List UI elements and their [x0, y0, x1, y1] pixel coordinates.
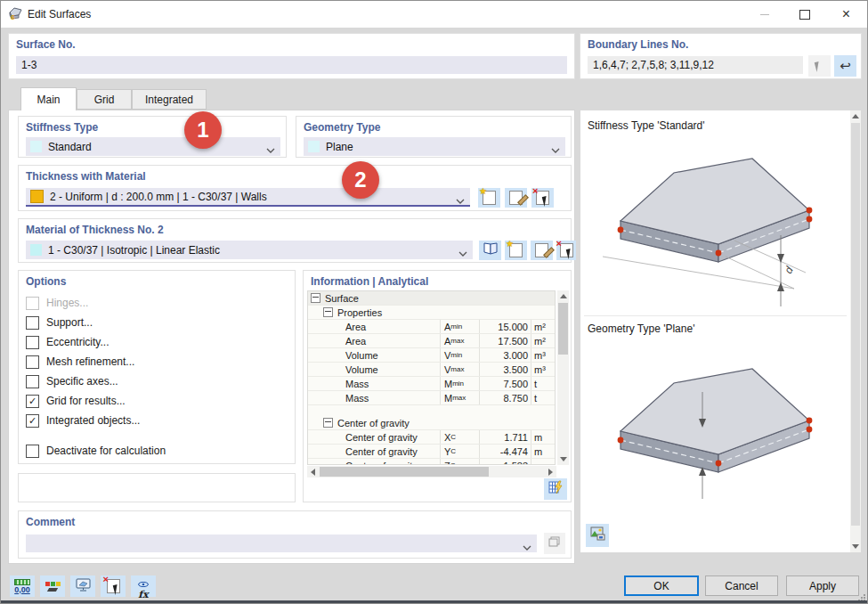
- title-bar[interactable]: 6 Edit Surfaces ×: [1, 1, 867, 28]
- step-badge-2: 2: [342, 161, 379, 199]
- thickness-select[interactable]: 2 - Uniform | d : 200.0 mm | 1 - C30/37 …: [26, 188, 470, 207]
- eccentricity-checkbox[interactable]: [26, 336, 39, 349]
- svg-text:6: 6: [11, 13, 15, 20]
- option-specific-axes[interactable]: Specific axes...: [26, 374, 118, 388]
- eccentricity-label: Eccentricity...: [46, 336, 109, 348]
- new-thickness-button[interactable]: ★: [478, 188, 500, 208]
- check-icon: ✓: [28, 396, 37, 405]
- preview-image-button[interactable]: [586, 524, 609, 547]
- delete-thickness-button[interactable]: ×: [531, 188, 554, 208]
- material-color-swatch: [30, 244, 42, 256]
- option-grid-for-results[interactable]: ✓ Grid for results...: [26, 394, 126, 408]
- delete-material-button[interactable]: ×: [556, 241, 576, 260]
- option-mesh-refinement[interactable]: Mesh refinement...: [26, 355, 134, 369]
- surface-no-input[interactable]: 1-3: [16, 56, 567, 74]
- tab-main[interactable]: Main: [20, 87, 77, 110]
- maximize-button[interactable]: [784, 1, 824, 28]
- tree-row-center-of-gravity[interactable]: Center of gravity: [308, 416, 555, 430]
- scroll-up-arrow[interactable]: [850, 110, 861, 122]
- comment-select[interactable]: [26, 535, 537, 552]
- reselect-lines-button[interactable]: ↩: [834, 55, 856, 77]
- chevron-down-icon: [456, 194, 465, 207]
- option-deactivate[interactable]: Deactivate for calculation: [26, 444, 166, 458]
- stiffness-color-swatch: [30, 141, 42, 152]
- grid-for-results-checkbox[interactable]: ✓: [26, 395, 39, 408]
- collapse-icon[interactable]: [323, 307, 333, 317]
- chevron-down-icon: [266, 143, 275, 156]
- close-button[interactable]: ×: [824, 1, 868, 28]
- collapse-icon[interactable]: [323, 418, 333, 428]
- edit-material-button[interactable]: [531, 241, 553, 260]
- scroll-thumb[interactable]: [851, 123, 860, 526]
- rendering-view-button[interactable]: [70, 575, 95, 597]
- units-settings-button[interactable]: 0,00: [10, 575, 35, 597]
- eye-icon: [138, 575, 149, 591]
- tab-grid[interactable]: Grid: [77, 89, 132, 110]
- fx-text: fx: [138, 591, 148, 599]
- footer-bar: 0,00 × fx OK Cancel Apply: [1, 564, 868, 604]
- material-select[interactable]: 1 - C30/37 | Isotropic | Linear Elastic: [26, 241, 473, 259]
- tree-row-properties[interactable]: Properties: [308, 306, 555, 320]
- delete-page-icon: ×: [107, 579, 120, 593]
- edit-material-icon: [535, 243, 548, 257]
- table-spacer-row: [308, 405, 555, 416]
- comment-group: Comment: [18, 510, 572, 559]
- option-support[interactable]: Support...: [26, 315, 93, 330]
- pen-icon: [47, 588, 58, 592]
- scroll-down-arrow[interactable]: [557, 453, 569, 465]
- boundary-lines-input[interactable]: 1,6,4,7; 2,7,5,8; 3,11,9,12: [588, 56, 803, 74]
- edit-thickness-button[interactable]: [505, 188, 527, 208]
- minimize-button[interactable]: [744, 1, 784, 28]
- option-integrated-objects[interactable]: ✓ Integrated objects...: [26, 413, 140, 428]
- scroll-up-arrow[interactable]: [557, 290, 569, 302]
- new-material-button[interactable]: ★: [505, 241, 527, 260]
- specific-axes-checkbox[interactable]: [26, 375, 39, 388]
- information-table[interactable]: Surface Properties Area Amin 15.000 m² A…: [307, 290, 556, 465]
- options-group: Options Hinges... Support... Eccentricit…: [18, 270, 296, 464]
- support-checkbox[interactable]: [26, 316, 39, 330]
- scroll-thumb[interactable]: [558, 303, 568, 355]
- stiffness-type-select[interactable]: Standard: [26, 137, 280, 156]
- close-icon: ×: [842, 7, 850, 21]
- surface-no-value: 1-3: [21, 59, 37, 71]
- formula-view-button[interactable]: fx: [131, 575, 156, 597]
- ok-button[interactable]: OK: [624, 575, 699, 596]
- result-table-button[interactable]: [544, 478, 567, 500]
- geometry-illustration: [603, 340, 830, 518]
- info-horizontal-scrollbar[interactable]: [307, 466, 556, 477]
- scroll-right-arrow[interactable]: [545, 466, 556, 477]
- deactivate-label: Deactivate for calculation: [46, 445, 166, 457]
- geometry-type-label: Geometry Type: [304, 121, 380, 134]
- delete-surface-button[interactable]: ×: [101, 575, 126, 597]
- thickness-group: Thickness with Material 2 - Uniform | d …: [18, 165, 572, 211]
- stiffness-type-group: Stiffness Type Standard: [18, 116, 287, 158]
- new-material-icon: ★: [509, 243, 523, 257]
- display-properties-button[interactable]: [40, 575, 65, 597]
- minimize-icon: [760, 14, 769, 15]
- scroll-down-arrow[interactable]: [850, 541, 861, 552]
- geometry-type-select[interactable]: Plane: [304, 137, 565, 156]
- scroll-thumb[interactable]: [320, 467, 489, 477]
- picture-icon: [590, 526, 605, 544]
- preview-scrollbar[interactable]: [850, 110, 861, 552]
- scroll-left-arrow[interactable]: [307, 466, 319, 477]
- material-library-button[interactable]: [479, 241, 501, 260]
- tab-integrated[interactable]: Integrated: [132, 89, 207, 110]
- mesh-refinement-checkbox[interactable]: [26, 355, 39, 369]
- apply-button[interactable]: Apply: [786, 575, 859, 596]
- tree-row-surface[interactable]: Surface: [308, 291, 555, 306]
- layers-icon: [548, 535, 561, 551]
- comment-label: Comment: [26, 516, 75, 528]
- boundary-lines-value: 1,6,4,7; 2,7,5,8; 3,11,9,12: [593, 59, 714, 71]
- maximize-icon: [799, 10, 810, 20]
- integrated-objects-checkbox[interactable]: ✓: [26, 414, 39, 428]
- boundary-lines-label: Boundary Lines No.: [588, 38, 688, 51]
- info-vertical-scrollbar[interactable]: [557, 290, 569, 465]
- collapse-icon[interactable]: [311, 293, 320, 303]
- deactivate-checkbox[interactable]: [26, 445, 39, 458]
- hinges-checkbox: [26, 297, 39, 310]
- cancel-button[interactable]: Cancel: [705, 575, 778, 596]
- preview-divider: [584, 315, 847, 316]
- option-eccentricity[interactable]: Eccentricity...: [26, 335, 109, 349]
- stiffness-preview-title: Stiffness Type 'Standard': [588, 119, 705, 132]
